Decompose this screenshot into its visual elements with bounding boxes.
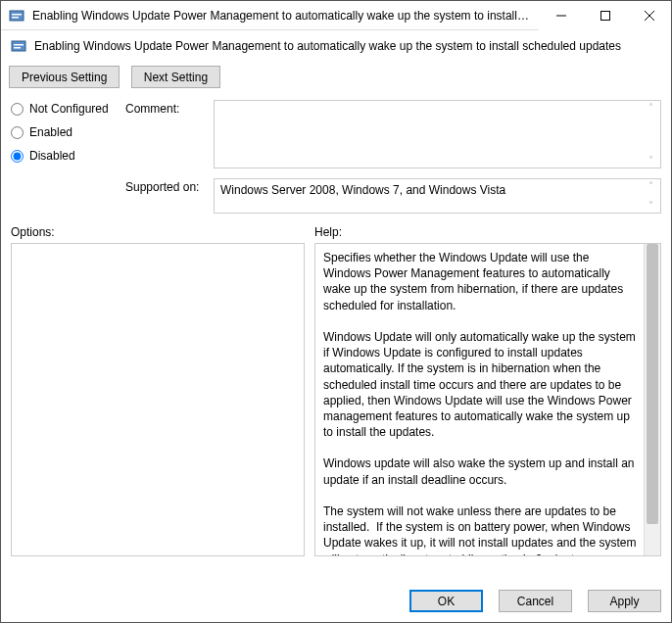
svg-rect-1 — [12, 14, 22, 16]
radio-enabled-label: Enabled — [29, 125, 72, 139]
window-title: Enabling Windows Update Power Management… — [32, 9, 539, 23]
cancel-button[interactable]: Cancel — [499, 590, 572, 612]
options-label: Options: — [11, 225, 305, 239]
maximize-button[interactable] — [583, 1, 627, 30]
chevron-down-icon: ˅ — [643, 156, 658, 166]
radio-not-configured[interactable]: Not Configured — [11, 102, 114, 116]
radio-not-configured-input[interactable] — [11, 103, 24, 116]
title-bar: Enabling Windows Update Power Management… — [1, 1, 671, 30]
section-labels: Options: Help: — [1, 214, 671, 243]
comment-scroll[interactable]: ˄˅ — [643, 101, 658, 168]
svg-rect-2 — [12, 17, 19, 19]
supported-scroll[interactable]: ˄˅ — [643, 179, 658, 213]
radio-disabled[interactable]: Disabled — [11, 149, 114, 163]
help-scrollbar[interactable] — [644, 244, 660, 555]
policy-title: Enabling Windows Update Power Management… — [34, 39, 621, 53]
chevron-up-icon: ˄ — [643, 103, 658, 113]
help-label: Help: — [314, 225, 661, 239]
ok-button[interactable]: OK — [409, 590, 483, 612]
help-text: Specifies whether the Windows Update wil… — [315, 244, 644, 555]
chevron-down-icon: ˅ — [643, 201, 658, 211]
next-setting-button[interactable]: Next Setting — [131, 66, 220, 88]
comment-value — [215, 101, 660, 168]
svg-rect-8 — [14, 44, 24, 46]
supported-field: Windows Server 2008, Windows 7, and Wind… — [214, 178, 661, 214]
nav-row: Previous Setting Next Setting — [1, 62, 671, 94]
help-panel: Specifies whether the Windows Update wil… — [314, 243, 661, 556]
policy-icon — [9, 8, 24, 24]
comment-grid: Comment: ˄˅ Supported on: Windows Server… — [125, 100, 661, 214]
svg-rect-0 — [10, 11, 24, 21]
options-panel — [11, 243, 305, 556]
panels: Specifies whether the Windows Update wil… — [1, 243, 671, 580]
radio-enabled[interactable]: Enabled — [11, 125, 114, 139]
minimize-button[interactable] — [539, 1, 583, 30]
footer: OK Cancel Apply — [1, 580, 671, 622]
svg-rect-4 — [600, 11, 609, 20]
policy-header: Enabling Windows Update Power Management… — [1, 30, 671, 62]
radio-not-configured-label: Not Configured — [29, 102, 109, 116]
radio-disabled-input[interactable] — [11, 150, 24, 163]
close-button[interactable] — [627, 1, 671, 30]
radio-enabled-input[interactable] — [11, 126, 24, 139]
supported-label: Supported on: — [125, 178, 214, 194]
config-area: Not Configured Enabled Disabled Comment:… — [1, 94, 671, 214]
apply-button[interactable]: Apply — [588, 590, 661, 612]
policy-icon — [11, 38, 26, 54]
svg-rect-7 — [12, 41, 25, 51]
comment-label: Comment: — [125, 100, 214, 116]
state-radios: Not Configured Enabled Disabled — [11, 100, 114, 214]
radio-disabled-label: Disabled — [29, 149, 75, 163]
chevron-up-icon: ˄ — [643, 181, 658, 191]
svg-rect-9 — [14, 47, 21, 49]
previous-setting-button[interactable]: Previous Setting — [9, 66, 120, 88]
supported-value: Windows Server 2008, Windows 7, and Wind… — [215, 179, 660, 213]
comment-field[interactable]: ˄˅ — [214, 100, 661, 168]
